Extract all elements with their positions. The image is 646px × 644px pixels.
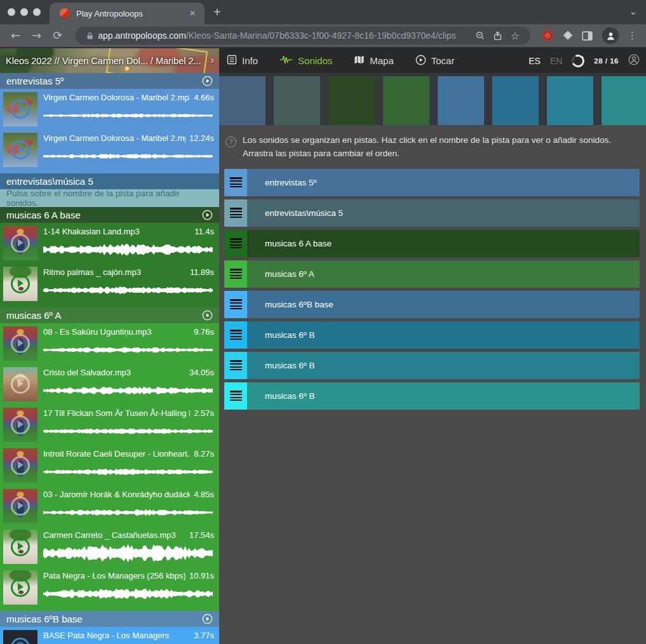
track-name-button[interactable]: musicas 6ºB base bbox=[247, 291, 640, 318]
track-name-button[interactable]: entrevistas\música 5 bbox=[247, 199, 640, 227]
clip-waveform bbox=[43, 380, 214, 401]
track-section-title[interactable]: musicas 6ºB base bbox=[6, 614, 202, 624]
clip-row[interactable]: 03 - Jaromír Horák & Konrádyho dudácká .… bbox=[0, 486, 219, 527]
window-close-button[interactable] bbox=[8, 8, 15, 16]
clip-play-icon[interactable] bbox=[11, 415, 30, 434]
track-play-button[interactable] bbox=[202, 614, 213, 624]
browser-toolbar: ← → ⟳ app.antropoloops.com/Kleos-Santa-M… bbox=[0, 24, 646, 48]
track-drag-handle[interactable] bbox=[224, 352, 247, 379]
clip-meta: 03 - Jaromír Horák & Konrádyho dudácká .… bbox=[43, 490, 214, 499]
clip-duration: 9.76s bbox=[194, 327, 214, 337]
track-drag-handle[interactable] bbox=[224, 199, 247, 227]
clip-row[interactable]: Carmen Carreto _ Castañuelas.mp317.54s bbox=[0, 527, 219, 567]
browser-window: Play Antropoloops ✕ + ⌄ ← → ⟳ app.antrop… bbox=[0, 0, 646, 644]
forward-button[interactable]: → bbox=[32, 30, 41, 41]
clip-play-icon[interactable] bbox=[11, 234, 30, 253]
track-section-title[interactable]: musicas 6º A bbox=[6, 310, 202, 321]
tab-close-icon[interactable]: ✕ bbox=[187, 8, 198, 19]
track-drag-handle[interactable] bbox=[224, 260, 247, 288]
track-name-button[interactable]: musicas 6 A base bbox=[247, 230, 640, 257]
track-name-button[interactable]: musicas 6º B bbox=[247, 382, 640, 410]
zoom-page-icon[interactable] bbox=[476, 31, 485, 40]
bookmark-star-icon[interactable]: ☆ bbox=[511, 30, 520, 42]
profile-avatar[interactable] bbox=[602, 27, 619, 44]
share-icon[interactable] bbox=[494, 31, 502, 41]
clip-row[interactable]: Introit Rorate Caeli Desuper - Lionheart… bbox=[0, 445, 219, 486]
track-name-button[interactable]: musicas 6º A bbox=[247, 260, 640, 288]
tab-info[interactable]: Info bbox=[227, 55, 258, 67]
back-button[interactable]: ← bbox=[11, 30, 20, 41]
clip-thumbnail bbox=[3, 530, 37, 564]
track-label: musicas 6º B bbox=[265, 361, 314, 370]
track-play-button[interactable] bbox=[202, 210, 213, 220]
track-play-button[interactable] bbox=[202, 310, 213, 321]
lang-en-button[interactable]: EN bbox=[550, 56, 562, 66]
tab-sonidos[interactable]: Sonidos bbox=[279, 55, 332, 67]
address-bar[interactable]: app.antropoloops.com/Kleos-Santa-Marina/… bbox=[76, 27, 530, 44]
clip-thumbnail bbox=[3, 133, 37, 167]
clip-play-icon[interactable] bbox=[11, 578, 30, 597]
url-text: app.antropoloops.com/Kleos-Santa-Marina/… bbox=[98, 30, 471, 41]
clip-play-icon[interactable] bbox=[11, 140, 30, 159]
reload-button[interactable]: ⟳ bbox=[53, 30, 62, 41]
drag-handle-icon bbox=[230, 238, 242, 248]
clip-play-icon[interactable] bbox=[11, 334, 30, 353]
window-controls bbox=[8, 8, 41, 16]
track-drag-handle[interactable] bbox=[224, 169, 247, 196]
side-panel-icon[interactable] bbox=[582, 31, 593, 41]
window-minimize-button[interactable] bbox=[20, 8, 28, 16]
browser-menu-icon[interactable]: ⋮ bbox=[628, 30, 637, 41]
track-section-title[interactable]: entrevistas 5º bbox=[6, 76, 202, 86]
track-row: musicas 6ºB base bbox=[224, 291, 640, 318]
track-label: musicas 6º B bbox=[265, 330, 314, 340]
track-drag-handle[interactable] bbox=[224, 382, 247, 410]
clip-play-icon[interactable] bbox=[11, 456, 30, 475]
lang-es-button[interactable]: ES bbox=[528, 56, 541, 66]
clip-play-icon[interactable] bbox=[11, 375, 30, 394]
clip-play-icon[interactable] bbox=[11, 638, 30, 644]
account-icon[interactable] bbox=[628, 54, 640, 68]
track-play-button[interactable] bbox=[202, 76, 213, 86]
clip-thumbnail bbox=[3, 267, 37, 301]
tab-mapa[interactable]: Mapa bbox=[354, 55, 394, 67]
window-zoom-button[interactable] bbox=[33, 8, 41, 16]
drag-handle-icon bbox=[230, 299, 242, 309]
drag-handle-icon bbox=[230, 208, 242, 218]
clip-row[interactable]: Pata Negra - Los Managers (256 kbps).mp3… bbox=[0, 567, 219, 608]
clip-title: Virgen Carmen Dolorosa - Maribel 2.mp3 bbox=[43, 93, 190, 102]
track-label: musicas 6ºB base bbox=[265, 300, 333, 309]
clip-play-icon[interactable] bbox=[11, 497, 30, 516]
breadcrumb[interactable]: Kleos 2022 // Virgen Carmen Dol... / Mar… bbox=[0, 48, 219, 73]
clip-row[interactable]: Virgen Carmen Dolorosa - Maribel 2.mp34.… bbox=[0, 89, 219, 130]
track-section-title[interactable]: musicas 6 A base bbox=[6, 210, 202, 220]
clip-play-icon[interactable] bbox=[11, 537, 30, 556]
clip-duration: 10.91s bbox=[189, 571, 214, 580]
clip-row[interactable]: 1-14 Khakasian Land.mp311.4s bbox=[0, 223, 219, 264]
clip-play-icon[interactable] bbox=[11, 274, 30, 293]
clip-row[interactable]: Ritmo palmas _ cajón.mp311.89s bbox=[0, 264, 219, 304]
track-section-title[interactable]: entrevistas\música 5 bbox=[6, 176, 213, 187]
clip-row[interactable]: Cristo del Salvador.mp334.05s bbox=[0, 364, 219, 405]
extensions-puzzle-icon[interactable] bbox=[563, 30, 573, 41]
tab-tocar[interactable]: Tocar bbox=[415, 55, 455, 67]
track-name-button[interactable]: entrevistas 5º bbox=[247, 169, 640, 196]
clip-row[interactable]: Virgen Carmen Dolorosa - Maribel 2.mp312… bbox=[0, 130, 219, 170]
clip-waveform bbox=[43, 502, 214, 523]
record-extension-icon[interactable] bbox=[543, 31, 552, 40]
track-drag-handle[interactable] bbox=[224, 230, 247, 257]
track-section-header: musicas 6ºB base bbox=[0, 611, 219, 627]
track-drag-handle[interactable] bbox=[224, 321, 247, 349]
track-name-button[interactable]: musicas 6º B bbox=[247, 321, 640, 349]
track-name-button[interactable]: musicas 6º B bbox=[247, 352, 640, 379]
new-tab-button[interactable]: + bbox=[213, 5, 221, 20]
clip-row[interactable]: BASE Pata Negra - Los Managers3.77s bbox=[0, 627, 219, 644]
clip-row[interactable]: 08 - Es Sakūru Uguntiņu.mp39.76s bbox=[0, 323, 219, 364]
browser-tab[interactable]: Play Antropoloops ✕ bbox=[50, 3, 205, 24]
track-section-header: musicas 6º A bbox=[0, 307, 219, 323]
clip-row[interactable]: 17 Till Flickan Som Är Tusen År-Halling … bbox=[0, 405, 219, 445]
track-drag-handle[interactable] bbox=[224, 291, 247, 318]
track-color-swatch bbox=[383, 76, 429, 125]
tab-search-chevron-icon[interactable]: ⌄ bbox=[629, 6, 637, 17]
clip-play-icon[interactable] bbox=[11, 100, 30, 119]
help-icon: ? bbox=[225, 137, 236, 147]
